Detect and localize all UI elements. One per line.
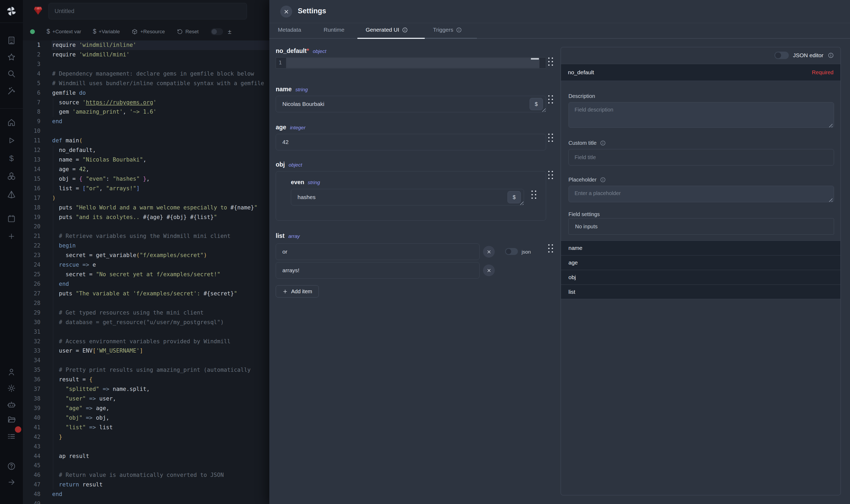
tab-metadata[interactable]: Metadata [278, 26, 301, 33]
list-item-input[interactable] [276, 262, 480, 278]
even-value-input[interactable] [291, 189, 524, 205]
tab-bar: Metadata Runtime Generated UI Triggers [269, 23, 850, 39]
code-line: 29 # Get typed resources using the mini … [23, 308, 269, 318]
diff-mode-button[interactable]: ± [228, 28, 231, 35]
age-value-input[interactable] [276, 134, 546, 150]
custom-title-input[interactable] [568, 149, 834, 165]
field-name: even [291, 179, 304, 186]
drag-handle[interactable] [548, 244, 554, 255]
status-dot [30, 29, 35, 34]
add-resource-button[interactable]: +Resource [131, 29, 165, 35]
selected-field-row[interactable]: no_default Required [561, 64, 840, 81]
code-line: 40 "obj" => obj, [23, 413, 269, 423]
field-type: array [288, 233, 300, 239]
add-variable-label: +Variable [99, 29, 120, 35]
list-item-input[interactable] [276, 244, 480, 260]
code-editor[interactable]: 1require 'windmill/inline'2require 'wind… [23, 40, 269, 504]
script-title-input[interactable] [49, 3, 247, 19]
field-type: object [289, 162, 302, 168]
robot-icon[interactable] [0, 399, 23, 410]
json-editor-toggle[interactable] [774, 52, 789, 59]
reset-icon [177, 29, 183, 35]
windmill-logo-icon[interactable] [0, 5, 23, 17]
code-line: 5# Windmill uses bundler/inline compatib… [23, 79, 269, 88]
building-icon[interactable] [0, 35, 23, 46]
close-icon[interactable] [280, 5, 292, 18]
placeholder-input[interactable] [568, 186, 834, 202]
arrow-right-icon[interactable] [0, 476, 23, 488]
help-icon[interactable] [0, 461, 23, 472]
code-line: 20 [23, 222, 269, 232]
mini-scrollbar[interactable] [531, 58, 539, 60]
star-icon[interactable] [0, 51, 23, 63]
code-line: 7 source 'https://rubygems.org' [23, 98, 269, 108]
field-row-age[interactable]: age [561, 255, 840, 270]
editor-toolbar: $ +Context var $ +Variable +Resource Res… [23, 23, 269, 40]
field-group-age: age integer [276, 124, 546, 150]
pyramid-icon[interactable] [0, 189, 23, 200]
code-line: 28 [23, 299, 269, 308]
field-row-list[interactable]: list [561, 285, 840, 299]
active-tab-indicator [357, 38, 425, 39]
code-line: 14 age = 42, [23, 165, 269, 174]
calendar-icon[interactable] [0, 213, 23, 224]
drag-handle[interactable] [548, 57, 554, 69]
drag-handle[interactable] [548, 95, 554, 106]
modal-title: Settings [298, 7, 326, 15]
code-line: 26 end [23, 280, 269, 289]
add-item-button[interactable]: Add item [276, 285, 319, 298]
play-icon[interactable] [0, 134, 23, 146]
insert-variable-button[interactable]: $ [507, 191, 521, 203]
code-line: 27 puts "The variable at 'f/examples/sec… [23, 289, 269, 299]
drag-handle[interactable] [531, 191, 537, 202]
folder-icon[interactable] [0, 414, 23, 426]
name-value-input[interactable] [276, 96, 546, 112]
drag-handle[interactable] [548, 133, 554, 145]
dollar-icon[interactable]: $ [0, 152, 23, 164]
editor-topbar [23, 0, 269, 23]
code-line: 12 no_default, [23, 146, 269, 155]
field-row-name[interactable]: name [561, 240, 840, 255]
code-line: 6gemfile do [23, 88, 269, 98]
field-group-name: name string $ [276, 86, 546, 112]
object-nested-box: even string $ [276, 171, 546, 221]
add-context-var-button[interactable]: $ +Context var [47, 28, 81, 35]
add-variable-button[interactable]: $ +Variable [93, 28, 120, 35]
insert-variable-button[interactable]: $ [529, 98, 543, 110]
description-input[interactable] [568, 102, 834, 128]
field-group-list: list array [276, 232, 546, 239]
modal-header: Settings [269, 0, 850, 23]
json-toggle-label: json [522, 249, 531, 255]
reset-button[interactable]: Reset [177, 29, 199, 35]
search-icon[interactable] [0, 68, 23, 79]
diff-toggle[interactable] [211, 28, 223, 35]
next-tab-indicator [425, 38, 477, 39]
remove-item-icon[interactable] [483, 265, 495, 276]
tab-runtime[interactable]: Runtime [324, 26, 344, 33]
sidebar-divider [0, 108, 23, 109]
required-badge: Required [812, 70, 833, 76]
object-json-input[interactable]: 1 [276, 57, 546, 69]
field-row-obj[interactable]: obj [561, 270, 840, 285]
json-editor-row: JSON editor [774, 52, 834, 59]
magic-wand-icon[interactable] [0, 85, 23, 97]
code-line: 2require 'windmill/mini' [23, 50, 269, 60]
code-line: 49 [23, 499, 269, 504]
code-line: 21 # Retrieve variables using the Windmi… [23, 232, 269, 241]
gear-icon[interactable] [0, 382, 23, 394]
tab-generated-ui[interactable]: Generated UI [366, 26, 408, 33]
drag-handle[interactable] [548, 171, 554, 182]
user-icon[interactable] [0, 366, 23, 378]
json-mode-toggle[interactable] [505, 248, 518, 255]
tab-triggers[interactable]: Triggers [433, 26, 462, 33]
info-icon [402, 27, 408, 33]
plus-icon[interactable] [0, 231, 23, 242]
home-icon[interactable] [0, 116, 23, 128]
json-editor-label: JSON editor [793, 52, 824, 58]
cubes-icon[interactable] [0, 170, 23, 182]
remove-item-icon[interactable] [483, 246, 495, 257]
code-line: 48end [23, 490, 269, 499]
dollar-icon: $ [47, 28, 50, 35]
field-name: obj [276, 161, 285, 168]
code-line: 30 # database = get_resource("u/user/my_… [23, 318, 269, 327]
